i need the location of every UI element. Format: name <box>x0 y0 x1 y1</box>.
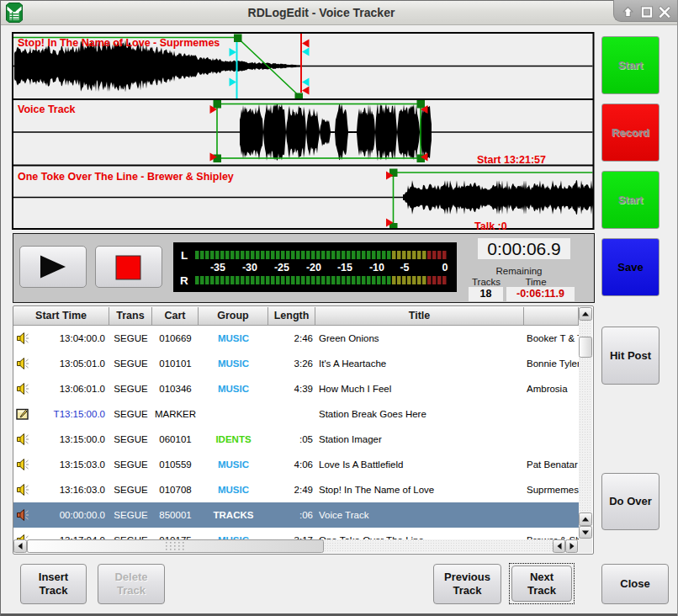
svg-text:0: 0 <box>442 262 448 273</box>
svg-text:L: L <box>181 249 188 262</box>
svg-text:-10: -10 <box>369 262 384 273</box>
svg-text:-25: -25 <box>274 262 289 273</box>
svg-text:-15: -15 <box>337 262 352 273</box>
svg-text:-30: -30 <box>242 262 257 273</box>
svg-text:-35: -35 <box>210 262 225 273</box>
svg-text:R: R <box>180 274 188 287</box>
svg-text:-20: -20 <box>306 262 321 273</box>
svg-text:-5: -5 <box>400 262 409 273</box>
